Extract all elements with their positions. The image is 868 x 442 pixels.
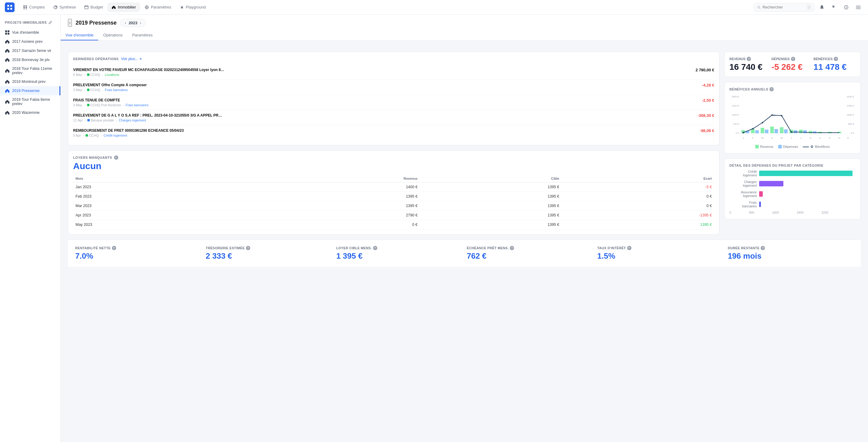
svg-point-58 (752, 128, 754, 129)
svg-rect-51 (765, 129, 769, 133)
svg-rect-42 (780, 127, 783, 133)
home-icon (5, 48, 10, 53)
svg-text:N: N (839, 137, 840, 139)
operation-row[interactable]: PRELEVEMENT Offre Compte À composer 3 Ma… (73, 80, 714, 95)
operations-header: DERNIÈRES OPÉRATIONS Voir plus... (73, 57, 714, 61)
nav-item-parametres[interactable]: Paramètres (141, 3, 175, 11)
legend-benefices: Bénéfices (803, 145, 830, 148)
stat-info-icon: ? (627, 246, 631, 250)
operation-row[interactable]: FRAIS TENUE DE COMPTE 3 May - CCHQ Pret … (73, 95, 714, 110)
sidebar-item-2020-wazemme[interactable]: 2020 Wazemme (0, 108, 60, 117)
revenus-info-icon: ? (747, 57, 751, 61)
svg-rect-50 (755, 130, 759, 133)
svg-rect-21 (856, 7, 861, 8)
benefices-annuels-card: BÉNÉFICES ANNUELS ? 2800 € 2100 € 1400 €… (724, 82, 861, 154)
bottom-stat-item: TRÉSORERIE ESTIMÉE ? 2 333 € (206, 246, 331, 261)
search-box[interactable]: / (754, 3, 815, 11)
operation-row[interactable]: REMBOURSEMENT DE PRET 00001961290 ECHEAN… (73, 125, 714, 140)
notification-btn[interactable] (817, 2, 827, 12)
search-input[interactable] (763, 5, 805, 9)
two-col-layout: DERNIÈRES OPÉRATIONS Voir plus... VIREME… (68, 52, 861, 235)
sidebar-header: PROJETS IMMOBILIERS (0, 20, 60, 28)
grid-icon (5, 30, 10, 35)
col-mois: Mois (73, 175, 258, 182)
flag-btn[interactable] (829, 2, 839, 12)
edit-icon (49, 21, 52, 24)
legend-depenses: Dépenses (778, 145, 798, 148)
tab-parametres[interactable]: Paramètres (127, 30, 157, 40)
loyers-table: Mois Revenus Cible Ecart Jan 2023 1400 €… (73, 175, 714, 230)
top-nav: Comptes Synthèse Budget Immobilier Param… (0, 0, 868, 14)
app-logo (5, 2, 14, 12)
benefices-value: 11 478 € (813, 62, 856, 72)
bottom-stat-item: TAUX D'INTÉRÊT ? 1.5% (597, 246, 723, 261)
bottom-stats: RENTABILITÉ NETTE ? 7.0% TRÉSORERIE ESTI… (68, 239, 861, 267)
svg-text:M: M (781, 137, 783, 139)
operations-title: DERNIÈRES OPÉRATIONS (73, 57, 119, 61)
svg-point-15 (147, 7, 148, 8)
loyers-value: Aucun (73, 161, 714, 171)
nav-item-immobilier[interactable]: Immobilier (108, 3, 140, 11)
page-tabs: Vue d'ensemble Opérations Paramètres (61, 30, 868, 40)
depenses-value: -5 262 € (772, 62, 814, 72)
svg-text:D: D (847, 137, 849, 139)
stat-depenses: DÉPENSES ? -5 262 € (772, 57, 814, 72)
svg-text:1600 €: 1600 € (847, 114, 854, 116)
svg-rect-41 (770, 126, 774, 133)
nav-right: / ? (754, 2, 863, 12)
operation-row[interactable]: VIREMENT EN VOTRE FAVEUR MC ECHAFAUDAGE … (73, 65, 714, 80)
svg-rect-11 (85, 5, 88, 9)
home-icon (5, 39, 10, 44)
back-button[interactable]: ‹ (68, 19, 72, 27)
svg-text:F: F (752, 137, 754, 139)
svg-rect-55 (803, 130, 807, 133)
table-row: Apr 2023 2790 € 1395 € -1395 € (73, 211, 714, 220)
svg-rect-0 (7, 5, 9, 7)
sidebar-item-vue-ensemble[interactable]: Vue d'ensemble (0, 28, 60, 37)
revenus-value: 16 740 € (730, 62, 772, 72)
menu-btn[interactable] (854, 2, 863, 12)
svg-text:O: O (829, 137, 831, 139)
svg-point-75 (811, 146, 813, 148)
svg-rect-20 (856, 6, 861, 6)
nav-item-budget[interactable]: Budget (81, 3, 106, 11)
voir-plus-link[interactable]: Voir plus... (121, 57, 142, 61)
sidebar-item-2019-montreuil[interactable]: 2019 Montreuil prev (0, 77, 60, 86)
nav-item-comptes[interactable]: Comptes (20, 3, 49, 11)
sidebar-item-2019-tour-fabia[interactable]: 2019 Tour Fabia 8eme prelev (0, 95, 60, 108)
tab-vue-ensemble[interactable]: Vue d'ensemble (61, 30, 98, 40)
svg-rect-7 (26, 7, 27, 8)
home-icon (5, 99, 10, 104)
svg-point-62 (790, 131, 792, 133)
stat-info-icon: ? (510, 246, 514, 250)
col-revenus: Revenus (258, 175, 420, 182)
operation-row[interactable]: PRELEVEMENT DE G A L Y O S.A REF : PREL.… (73, 110, 714, 125)
nav-item-synthese[interactable]: Synthèse (50, 3, 80, 11)
svg-text:3200 €: 3200 € (847, 95, 854, 98)
svg-text:1400 €: 1400 € (732, 114, 739, 116)
sidebar-item-2019-pressense[interactable]: 2019 Pressense (0, 86, 60, 95)
help-btn[interactable]: ? (841, 2, 851, 12)
stat-info-icon: ? (373, 246, 377, 250)
stat-benefices: BÉNÉFICES ? 11 478 € (813, 57, 856, 72)
stat-info-icon: ? (112, 246, 116, 250)
year-next-button[interactable]: › (139, 20, 142, 25)
sidebar-item-2017-asniere[interactable]: 2017 Asniere prev (0, 37, 60, 46)
svg-text:0 €: 0 € (851, 132, 854, 135)
loyers-manquants-card: LOYERS MANQUANTS ? Aucun Mois Revenus Ci… (68, 150, 719, 235)
stats-card: REVENUS ? 16 740 € DÉPENSES ? -5 (724, 52, 861, 77)
svg-line-17 (760, 8, 761, 9)
year-prev-button[interactable]: ‹ (124, 20, 127, 25)
stat-revenus: REVENUS ? 16 740 € (730, 57, 772, 72)
sidebar: PROJETS IMMOBILIERS Vue d'ensemble 2017 … (0, 14, 61, 442)
sidebar-item-2018-tour-fabia[interactable]: 2018 Tour Fabia 11eme prelev (0, 64, 60, 77)
sidebar-item-2017-sarrazin[interactable]: 2017 Sarrazin 5eme vir (0, 46, 60, 55)
svg-rect-24 (8, 30, 9, 32)
svg-rect-52 (775, 129, 778, 133)
nav-item-playground[interactable]: Playground (176, 3, 210, 11)
tab-operations[interactable]: Opérations (98, 30, 127, 40)
svg-rect-2 (7, 8, 9, 10)
table-row: Feb 2023 1395 € 1395 € 0 € (73, 192, 714, 201)
sidebar-item-2018-bonnevay[interactable]: 2018 Bonnevay 3e plv (0, 55, 60, 64)
svg-text:0 €: 0 € (736, 132, 739, 135)
